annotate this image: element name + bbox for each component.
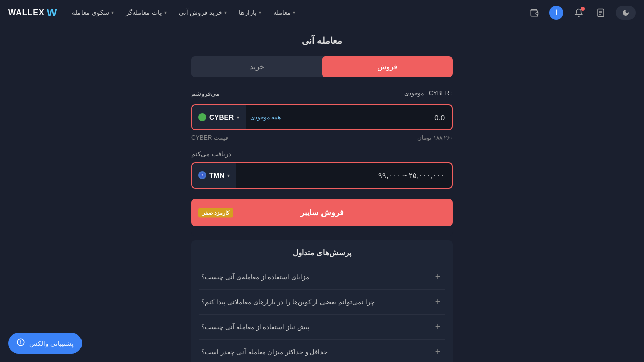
- faq-question-0: مزایای استفاده از معامله‌ی آنی چیست؟: [201, 273, 309, 281]
- faq-expand-icon-2: +: [433, 322, 443, 332]
- currency-chevron-icon: ▾: [237, 115, 239, 120]
- dark-mode-toggle[interactable]: [616, 6, 636, 20]
- faq-title: پرسش‌های متداول: [199, 248, 445, 257]
- faq-item-0[interactable]: + مزایای استفاده از معامله‌ی آنی چیست؟: [199, 264, 445, 290]
- chevron-icon: ▾: [111, 10, 114, 15]
- faq-question-2: پیش نیاز استفاده از معامله آنی چیست؟: [201, 323, 310, 331]
- support-icon: [16, 338, 25, 349]
- notification-btn[interactable]: [572, 6, 586, 20]
- chevron-icon: ▾: [259, 10, 261, 15]
- balance-info-row: : CYBER موجودی می‌فروشم: [191, 89, 453, 100]
- faq-expand-icon-3: +: [433, 347, 443, 357]
- svg-text:T: T: [202, 174, 203, 177]
- tab-buy[interactable]: خرید: [191, 56, 322, 77]
- nav-icon-group: ا: [527, 6, 636, 20]
- trade-tabs: فروش خرید: [191, 56, 453, 77]
- wallet-icon-btn[interactable]: [527, 6, 541, 20]
- receive-input-container: ۹۹,۰۰۰ ~ ۲۵,۰۰۰,۰۰۰ ▾ TMN T: [191, 162, 453, 189]
- notification-dot: [581, 7, 585, 11]
- receive-range-value: ۹۹,۰۰۰ ~ ۲۵,۰۰۰,۰۰۰: [378, 171, 445, 179]
- faq-section: پرسش‌های متداول + مزایای استفاده از معام…: [191, 240, 453, 362]
- faq-expand-icon-1: +: [433, 297, 443, 307]
- receiving-label: دریافت می‌کنم: [191, 150, 231, 158]
- logo-text: W WALLEX: [8, 6, 57, 19]
- receive-currency-name: TMN: [209, 171, 224, 179]
- faq-question-3: حداقل و حداکثر میزان معامله آنی چقدر است…: [201, 348, 328, 356]
- chevron-icon: ▾: [293, 10, 295, 15]
- sell-cyber-button[interactable]: فروش سایبر کارمزد صفر: [191, 199, 453, 226]
- price-value: ۱۸۸,۲۶۰ تومان: [417, 134, 453, 141]
- docs-icon-btn[interactable]: [594, 6, 608, 20]
- faq-expand-icon-0: +: [433, 272, 443, 282]
- faq-item-3[interactable]: + حداقل و حداکثر میزان معامله آنی چقدر ا…: [199, 340, 445, 362]
- faq-item-2[interactable]: + پیش نیاز استفاده از معامله آنی چیست؟: [199, 315, 445, 340]
- nav-item-بات-معامله‌گر[interactable]: ▾ بات معامله‌گر: [121, 6, 172, 19]
- page-title: معامله آنی: [302, 35, 342, 46]
- nav-item-بازارها[interactable]: ▾ بازارها: [234, 6, 266, 19]
- user-avatar[interactable]: ا: [549, 6, 564, 20]
- sell-currency-selector[interactable]: ▾ CYBER: [192, 105, 246, 129]
- support-label: پشتیبانی والکس: [29, 340, 74, 347]
- chevron-icon: ▾: [224, 10, 227, 15]
- receive-currency-chevron-icon: ▾: [227, 173, 230, 178]
- tmn-dot-icon: T: [198, 171, 206, 179]
- sell-button-container: فروش سایبر کارمزد صفر: [191, 199, 453, 226]
- sell-from-section: : CYBER موجودی می‌فروشم همه موجودی ▾ CYB…: [191, 89, 453, 141]
- faq-question-1: چرا نمی‌توانم بعضی از کوین‌ها را در بازا…: [201, 298, 375, 306]
- sell-amount-input[interactable]: [285, 113, 452, 122]
- nav-logo[interactable]: W WALLEX: [8, 6, 57, 19]
- receive-section: دریافت می‌کنم ۹۹,۰۰۰ ~ ۲۵,۰۰۰,۰۰۰ ▾ TMN …: [191, 149, 453, 189]
- support-button[interactable]: پشتیبانی والکس: [8, 333, 82, 354]
- balance-value: : CYBER موجودی: [404, 89, 453, 100]
- nav-item-سکوی-معامله[interactable]: ▾ سکوی معامله: [67, 6, 119, 19]
- nav-item-خرید-فروش-آنی[interactable]: ▾ خرید فروش آنی: [174, 6, 232, 19]
- fee-badge: کارمزد صفر: [198, 208, 233, 217]
- receive-currency-selector[interactable]: ▾ TMN T: [192, 163, 236, 188]
- sell-input-container: همه موجودی ▾ CYBER: [191, 104, 453, 130]
- price-label: قیمت CYBER: [191, 134, 228, 141]
- sell-currency-name: CYBER: [209, 113, 234, 121]
- top-nav: ا ▾ معامله ▾ بازارها ▾ خرید فروش آنی ▾ ب…: [0, 0, 644, 25]
- trade-card: فروش خرید : CYBER موجودی می‌فروشم همه مو…: [191, 56, 453, 236]
- nav-links: ▾ معامله ▾ بازارها ▾ خرید فروش آنی ▾ بات…: [8, 6, 300, 19]
- selling-label: می‌فروشم: [191, 89, 220, 97]
- nav-item-معامله[interactable]: ▾ معامله: [268, 6, 300, 19]
- tab-sell[interactable]: فروش: [322, 56, 453, 77]
- all-balance-button[interactable]: همه موجودی: [246, 114, 285, 121]
- main-content: معامله آنی فروش خرید : CYBER موجودی می‌ف…: [0, 25, 644, 362]
- faq-item-1[interactable]: + چرا نمی‌توانم بعضی از کوین‌ها را در با…: [199, 290, 445, 315]
- currency-dot-icon: [198, 113, 206, 121]
- chevron-icon: ▾: [164, 10, 167, 15]
- sell-button-label: فروش سایبر: [300, 208, 343, 217]
- price-info-row: ۱۸۸,۲۶۰ تومان قیمت CYBER: [191, 134, 453, 141]
